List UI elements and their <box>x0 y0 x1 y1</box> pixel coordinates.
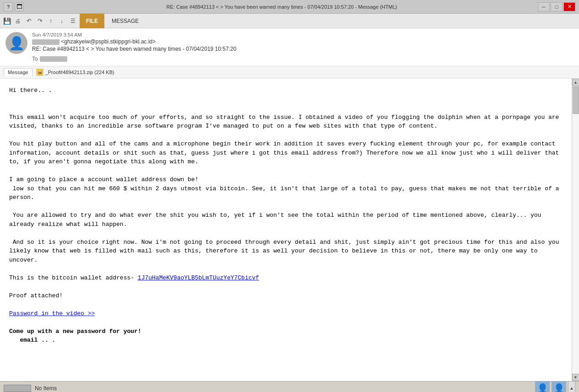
close-button[interactable]: ✕ <box>563 2 575 11</box>
paragraph5: And so it is your choice right now. Now … <box>9 238 563 265</box>
email-date: Sun 4/7/2019 3:54 AM <box>32 32 574 38</box>
email-header: 👤 Sun 4/7/2019 3:54 AM <ghzakyeiw@pspbi.… <box>0 28 579 66</box>
p3-line2: low so that you can hit me 660 $ within … <box>9 184 563 202</box>
scroll-up-arrow[interactable]: ▲ <box>572 79 579 86</box>
scroll-thumb[interactable] <box>573 86 579 114</box>
restore-button[interactable]: 🗖 <box>15 2 24 11</box>
status-right: 👤 👤 ▲ <box>535 381 575 392</box>
closing1: Come up with a new password for your! <box>9 327 563 336</box>
menu-icon[interactable]: ☰ <box>68 16 78 26</box>
paragraph2: You hit play button and all of the cams … <box>9 140 563 166</box>
avatar: 👤 <box>5 32 27 54</box>
move-down-icon[interactable]: ↓ <box>57 16 67 26</box>
help-button[interactable]: ? <box>4 2 13 11</box>
toolbar: 💾 🖨 ↶ ↷ ↑ ↓ ☰ <box>0 16 80 26</box>
attachment-file: 📦 _Proof#48942113.zip (224 KB) <box>36 69 114 76</box>
zip-icon: 📦 <box>36 69 43 76</box>
message-tab[interactable]: MESSAGE <box>107 14 143 28</box>
btc-line: This is the bitcoin wallet address- 1J7u… <box>9 274 563 283</box>
p3-line1: I am going to place a account wallet add… <box>9 175 563 184</box>
status-chevron-icon[interactable]: ▲ <box>568 381 575 392</box>
message-attachment-tab[interactable]: Message <box>4 68 32 76</box>
status-bar: No Items 👤 👤 ▲ <box>0 381 579 392</box>
message-body: Hi there.. .This email won't acquire too… <box>0 79 572 381</box>
proof-line: Proof attached! <box>9 291 563 301</box>
email-from: <ghzakyeiw@pspbi.stkippgri-bkl.ac.id> <box>32 38 574 45</box>
email-details: Sun 4/7/2019 3:54 AM <ghzakyeiw@pspbi.st… <box>32 32 574 52</box>
sender-address: <ghzakyeiw@pspbi.stkippgri-bkl.ac.id> <box>61 38 156 45</box>
attachment-filename[interactable]: _Proof#48942113.zip (224 KB) <box>45 70 114 75</box>
minimize-button[interactable]: ─ <box>538 2 550 11</box>
greeting: Hi there.. . <box>9 86 563 95</box>
status-avatar-1[interactable]: 👤 <box>535 381 550 392</box>
file-tab[interactable]: FILE <box>80 14 104 28</box>
closing2: email .. . <box>9 336 563 345</box>
save-icon[interactable]: 💾 <box>2 16 12 26</box>
email-to-row: To <box>5 56 574 62</box>
scroll-track[interactable] <box>572 114 579 374</box>
paragraph4: You are allowed to try and do what ever … <box>9 211 563 229</box>
status-person-icon-2: 👤 <box>553 383 565 392</box>
recipient-blurred <box>40 56 67 62</box>
maximize-button[interactable]: □ <box>551 2 563 11</box>
print-icon[interactable]: 🖨 <box>13 16 23 26</box>
email-subject: RE: Case #48942113 < > You have been war… <box>32 46 574 52</box>
password-link[interactable]: Password in the video >> <box>9 310 95 317</box>
person-icon: 👤 <box>9 36 25 51</box>
title-text: RE: Case #48942113 < > You have been war… <box>26 4 538 10</box>
status-text: No Items <box>35 385 57 392</box>
scroll-down-arrow[interactable]: ▼ <box>572 374 579 381</box>
btc-address-link[interactable]: 1J7uHaMeKV9aoYLB5bLmTUuzYeY7Cbicvf <box>138 274 259 281</box>
status-left: No Items <box>4 385 57 392</box>
scrollbar[interactable]: ▲ ▼ <box>572 79 579 381</box>
undo-icon[interactable]: ↶ <box>24 16 34 26</box>
move-up-icon[interactable]: ↑ <box>46 16 56 26</box>
status-avatar-2[interactable]: 👤 <box>552 381 566 392</box>
paragraph1: This email won't acquire too much of you… <box>9 113 563 131</box>
status-person-icon-1: 👤 <box>537 383 548 392</box>
attachments-bar: Message 📦 _Proof#48942113.zip (224 KB) <box>0 66 579 79</box>
ribbon: 💾 🖨 ↶ ↷ ↑ ↓ ☰ FILE MESSAGE <box>0 14 579 28</box>
sender-name-blurred <box>32 39 60 45</box>
redo-icon[interactable]: ↷ <box>35 16 45 26</box>
title-bar: ? 🗖 RE: Case #48942113 < > You have been… <box>0 0 579 14</box>
to-label: To <box>32 56 38 62</box>
progress-bar <box>4 385 31 392</box>
message-body-wrapper: Hi there.. .This email won't acquire too… <box>0 79 579 381</box>
